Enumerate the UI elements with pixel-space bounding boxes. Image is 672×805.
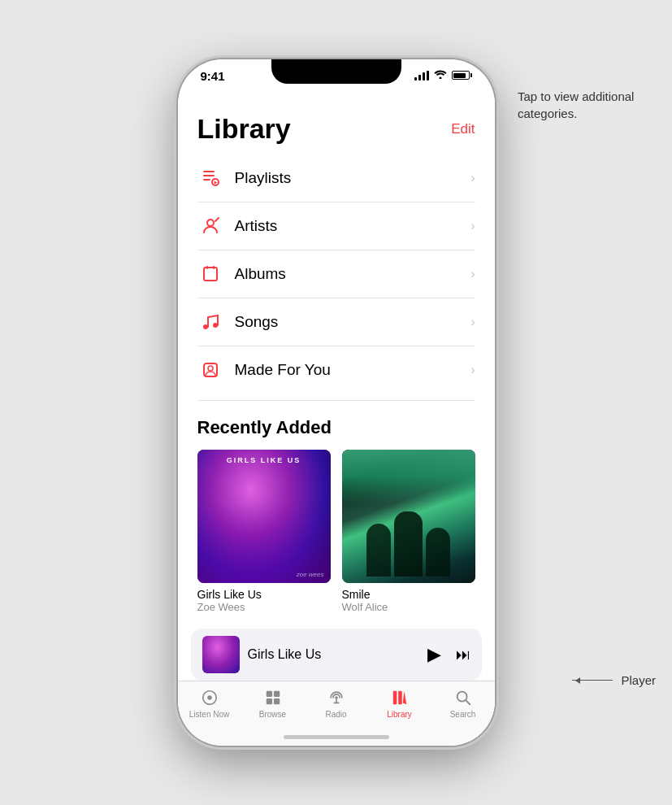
listen-now-label: Listen Now	[189, 710, 229, 719]
signal-icon	[414, 71, 429, 80]
fast-forward-button[interactable]: ⏭	[456, 646, 470, 664]
player-thumbnail	[202, 636, 240, 673]
edit-annotation: Tap to view additional categories.	[518, 88, 656, 122]
made-for-you-item[interactable]: Made For You ›	[197, 346, 475, 394]
library-tab-icon	[390, 688, 410, 707]
player-annotation: Player	[572, 673, 656, 687]
album-smile-artist: Wolf Alice	[342, 601, 475, 613]
wifi-icon	[434, 69, 447, 81]
songs-chevron: ›	[470, 315, 475, 329]
library-list: Playlists › Artists ›	[197, 154, 475, 394]
svg-rect-22	[392, 691, 397, 705]
notch	[271, 59, 401, 84]
svg-point-10	[213, 323, 218, 328]
search-icon	[453, 688, 473, 707]
svg-rect-18	[273, 698, 279, 704]
svg-rect-15	[266, 691, 271, 697]
tab-browse[interactable]: Browse	[241, 688, 305, 719]
svg-line-5	[215, 218, 219, 221]
library-header: Library Edit	[197, 100, 475, 151]
player-title: Girls Like Us	[248, 647, 419, 662]
svg-rect-1	[203, 175, 215, 176]
albums-icon	[197, 261, 223, 287]
play-button[interactable]: ▶	[427, 644, 441, 665]
playlists-chevron: ›	[470, 171, 475, 185]
tab-library[interactable]: Library	[368, 688, 431, 719]
songs-label: Songs	[235, 313, 471, 331]
content-area: Library Edit	[178, 100, 495, 637]
player-bar[interactable]: Girls Like Us ▶ ⏭	[191, 629, 482, 681]
player-controls: ▶ ⏭	[427, 644, 470, 665]
album-card-smile[interactable]: Smile Wolf Alice	[342, 450, 475, 613]
albums-row: GIRLS LIKE US zoe wees Girls Like Us Zoe…	[197, 450, 475, 613]
playlist-icon	[197, 165, 223, 191]
album-card-glu[interactable]: GIRLS LIKE US zoe wees Girls Like Us Zoe…	[197, 450, 331, 613]
phone-frame: 9:41	[178, 59, 495, 746]
albums-label: Albums	[235, 265, 471, 283]
svg-rect-6	[204, 268, 217, 281]
svg-rect-7	[206, 266, 208, 269]
artist-icon	[197, 213, 223, 239]
status-time: 9:41	[201, 69, 225, 83]
player-info: Girls Like Us	[248, 647, 419, 662]
album-glu-artist: Zoe Wees	[197, 601, 331, 613]
made-for-you-label: Made For You	[235, 361, 471, 379]
svg-line-25	[466, 700, 470, 704]
home-indicator	[284, 735, 389, 739]
made-for-you-icon	[197, 357, 223, 383]
listen-now-icon	[200, 688, 219, 707]
svg-rect-17	[266, 698, 271, 704]
album-smile-title: Smile	[342, 588, 475, 601]
artists-label: Artists	[235, 217, 471, 235]
svg-point-12	[208, 366, 213, 371]
albums-chevron: ›	[470, 267, 475, 281]
radio-label: Radio	[325, 710, 346, 719]
album-glu-title: Girls Like Us	[197, 588, 331, 601]
library-tab-label: Library	[387, 710, 412, 719]
tab-listen-now[interactable]: Listen Now	[178, 688, 241, 719]
albums-item[interactable]: Albums ›	[197, 250, 475, 298]
songs-item[interactable]: Songs ›	[197, 298, 475, 346]
svg-rect-8	[213, 266, 215, 269]
recently-added-title: Recently Added	[197, 417, 475, 438]
screen: 9:41	[178, 59, 495, 746]
tab-radio[interactable]: Radio	[305, 688, 368, 719]
artists-chevron: ›	[470, 219, 475, 233]
search-label: Search	[450, 710, 476, 719]
svg-point-9	[203, 324, 208, 329]
svg-point-14	[207, 695, 212, 700]
browse-label: Browse	[259, 710, 286, 719]
playlists-item[interactable]: Playlists ›	[197, 154, 475, 202]
songs-icon	[197, 309, 223, 335]
radio-icon	[327, 688, 346, 707]
page-title: Library	[197, 113, 291, 145]
scene: Tap to view additional categories. Playe…	[0, 0, 672, 805]
album-art-smile	[342, 450, 475, 583]
svg-rect-2	[203, 179, 210, 181]
section-divider	[197, 400, 475, 401]
battery-icon	[452, 71, 472, 80]
svg-rect-23	[398, 691, 402, 705]
edit-button[interactable]: Edit	[451, 121, 475, 137]
browse-icon	[263, 688, 283, 707]
album-art-glu: GIRLS LIKE US zoe wees	[197, 450, 331, 583]
svg-point-4	[207, 220, 214, 226]
made-for-you-chevron: ›	[470, 363, 475, 377]
playlists-label: Playlists	[235, 169, 471, 187]
tab-search[interactable]: Search	[431, 688, 495, 719]
artists-item[interactable]: Artists ›	[197, 202, 475, 250]
svg-rect-0	[203, 171, 215, 172]
svg-rect-16	[273, 691, 279, 697]
status-icons	[414, 69, 472, 81]
